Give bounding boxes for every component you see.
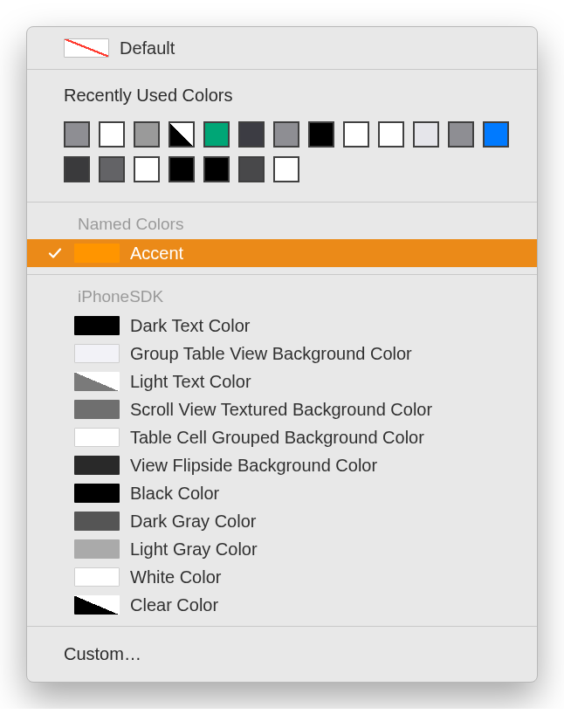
recent-swatch-19[interactable] bbox=[273, 156, 299, 182]
swatch-icon bbox=[74, 484, 120, 503]
sdk-color-clear-color[interactable]: Clear Color bbox=[27, 591, 537, 619]
color-label: Black Color bbox=[130, 484, 219, 504]
recent-swatch-0[interactable] bbox=[64, 121, 90, 148]
accent-swatch-icon bbox=[74, 244, 120, 263]
swatch-icon bbox=[74, 344, 120, 363]
recent-swatch-18[interactable] bbox=[238, 156, 265, 182]
color-label: Dark Text Color bbox=[130, 316, 250, 336]
swatch-icon bbox=[74, 456, 120, 475]
swatch-icon bbox=[74, 428, 120, 447]
accent-label: Accent bbox=[130, 244, 183, 264]
sdk-color-dark-text-color[interactable]: Dark Text Color bbox=[27, 312, 537, 340]
swatch-icon bbox=[74, 316, 120, 335]
recent-swatch-6[interactable] bbox=[273, 121, 299, 148]
recent-swatch-4[interactable] bbox=[203, 121, 230, 148]
named-color-accent[interactable]: Accent bbox=[27, 239, 537, 267]
recent-swatch-14[interactable] bbox=[99, 156, 125, 182]
recent-colors-title: Recently Used Colors bbox=[27, 77, 537, 114]
recent-swatch-13[interactable] bbox=[64, 156, 90, 182]
swatch-icon bbox=[74, 400, 120, 419]
swatch-icon bbox=[74, 595, 120, 615]
swatch-icon bbox=[74, 512, 120, 531]
color-label: View Flipside Background Color bbox=[130, 456, 377, 476]
color-label: Table Cell Grouped Background Color bbox=[130, 428, 424, 448]
recent-swatch-12[interactable] bbox=[483, 121, 509, 148]
recent-colors-grid bbox=[64, 121, 518, 182]
color-label: Clear Color bbox=[130, 595, 218, 615]
default-swatch-icon bbox=[64, 38, 109, 58]
color-label: Group Table View Background Color bbox=[130, 344, 412, 364]
sdk-color-white-color[interactable]: White Color bbox=[27, 563, 537, 591]
color-picker-panel: Default Recently Used Colors Named Color… bbox=[26, 26, 538, 683]
recent-swatch-16[interactable] bbox=[169, 156, 195, 182]
recent-swatch-11[interactable] bbox=[448, 121, 474, 148]
sdk-color-table-cell-grouped-background-color[interactable]: Table Cell Grouped Background Color bbox=[27, 423, 537, 451]
recent-swatch-17[interactable] bbox=[203, 156, 230, 182]
default-label: Default bbox=[120, 38, 175, 58]
recent-swatch-3[interactable] bbox=[169, 121, 195, 148]
iphonesdk-header: iPhoneSDK bbox=[27, 282, 537, 312]
sdk-color-view-flipside-background-color[interactable]: View Flipside Background Color bbox=[27, 451, 537, 479]
color-label: Light Text Color bbox=[130, 372, 251, 392]
swatch-icon bbox=[74, 539, 120, 559]
named-colors-header: Named Colors bbox=[27, 209, 537, 239]
recent-swatch-1[interactable] bbox=[99, 121, 125, 148]
recent-swatch-5[interactable] bbox=[238, 121, 265, 148]
sdk-color-black-color[interactable]: Black Color bbox=[27, 479, 537, 507]
sdk-color-dark-gray-color[interactable]: Dark Gray Color bbox=[27, 507, 537, 535]
swatch-icon bbox=[74, 567, 120, 587]
sdk-color-scroll-view-textured-background-color[interactable]: Scroll View Textured Background Color bbox=[27, 395, 537, 423]
color-label: White Color bbox=[130, 567, 221, 587]
sdk-color-group-table-view-background-color[interactable]: Group Table View Background Color bbox=[27, 340, 537, 367]
recent-swatch-8[interactable] bbox=[343, 121, 369, 148]
sdk-color-light-text-color[interactable]: Light Text Color bbox=[27, 367, 537, 395]
recent-swatch-7[interactable] bbox=[308, 121, 334, 148]
checkmark-icon bbox=[48, 246, 62, 260]
color-label: Dark Gray Color bbox=[130, 512, 256, 532]
recent-swatch-2[interactable] bbox=[134, 121, 160, 148]
recent-swatch-15[interactable] bbox=[134, 156, 160, 182]
custom-color-button[interactable]: Custom… bbox=[27, 634, 537, 675]
color-label: Scroll View Textured Background Color bbox=[130, 400, 432, 420]
swatch-icon bbox=[74, 372, 120, 391]
custom-label: Custom… bbox=[64, 644, 141, 663]
recent-swatch-10[interactable] bbox=[413, 121, 439, 148]
default-color-row[interactable]: Default bbox=[27, 34, 537, 62]
recent-swatch-9[interactable] bbox=[378, 121, 404, 148]
color-label: Light Gray Color bbox=[130, 539, 258, 560]
sdk-color-light-gray-color[interactable]: Light Gray Color bbox=[27, 535, 537, 563]
